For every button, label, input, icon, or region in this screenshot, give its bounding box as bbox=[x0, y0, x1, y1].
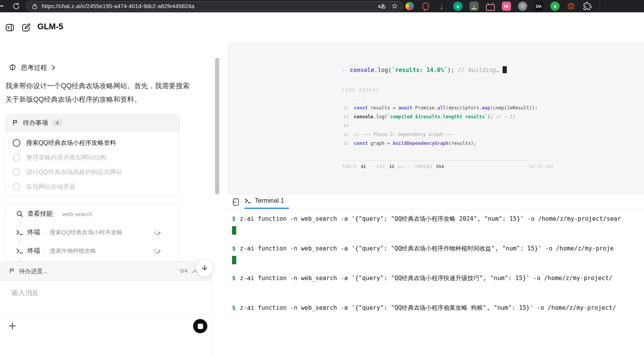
terminal-command: $z-ai function -n web_search -a '{"query… bbox=[232, 214, 644, 235]
generation-stats: TOK/S 41 · LAT 12 ms · TOKENS 554 00:08.… bbox=[342, 164, 553, 169]
todo-title: 待办事项 bbox=[23, 119, 48, 127]
todo-card: 待办事项 4 搜索QQ经典农场小程序攻略资料整理攻略内容并规划网站结构设计QQ经… bbox=[5, 114, 180, 196]
terminal-panel: Terminal 1 $z-ai function -n web_search … bbox=[227, 195, 644, 356]
code-preview-panel: ›console.log(`results: 14.0%`); // build… bbox=[227, 42, 644, 195]
step-connector bbox=[19, 220, 20, 226]
flag-icon bbox=[12, 119, 18, 126]
lock-icon bbox=[32, 3, 38, 9]
skills-card: 查看技能·web-search终端·搜索QQ经典农场小程序攻略终端·搜索作物种植… bbox=[5, 204, 180, 263]
terminal-header: Terminal 1 bbox=[227, 195, 644, 210]
idm-extension-icon[interactable] bbox=[405, 2, 414, 10]
terminal-prompt-icon bbox=[244, 198, 251, 204]
terminal-command: $z-ai function -n web_search -a '{"query… bbox=[232, 274, 644, 283]
new-chat-icon[interactable] bbox=[21, 23, 31, 32]
green-v-extension-icon[interactable]: v bbox=[550, 2, 560, 11]
app-window: https://chat.z.ai/c/2455e195-a474-401d-9… bbox=[0, 0, 644, 356]
code-top-line: ›console.log(`results: 14.0%`); // build… bbox=[342, 66, 507, 74]
thinking-process-label: 思考过程 bbox=[21, 63, 47, 72]
todo-item: 搜索QQ经典农场小程序攻略资料 bbox=[13, 136, 172, 150]
live-output-label: LIVE OUTPUT bbox=[342, 88, 380, 92]
terminal-command-line: $z-ai function -n web_search -a '{"query… bbox=[232, 303, 644, 312]
assistant-message: 我来帮你设计一个QQ经典农场攻略网站。首先，我需要搜索关于新版QQ经典农场小程序… bbox=[5, 79, 195, 106]
terminal-command: $z-ai function -n web_search -a '{"query… bbox=[232, 303, 644, 312]
tv-extension-icon[interactable] bbox=[486, 2, 495, 11]
refresh-icon[interactable] bbox=[12, 2, 20, 10]
bookmark-star-icon[interactable] bbox=[391, 3, 398, 10]
puzzle-extension-icon[interactable] bbox=[583, 2, 592, 11]
todo-item-label: 整理攻略内容并规划网站结构 bbox=[26, 154, 106, 162]
code-divider bbox=[342, 160, 553, 161]
stop-icon bbox=[198, 324, 203, 329]
command-text: z-ai function -n web_search -a '{"query"… bbox=[240, 304, 616, 311]
green-arrow-extension-icon[interactable]: ↓ bbox=[437, 2, 446, 11]
back-icon[interactable] bbox=[0, 5, 3, 7]
code-line: .. ) bbox=[342, 95, 538, 104]
terminal-tab[interactable]: Terminal 1 bbox=[244, 197, 284, 204]
stop-generating-button[interactable] bbox=[193, 319, 207, 333]
skill-row-web-search[interactable]: 查看技能·web-search bbox=[6, 208, 179, 219]
separator-dot: · bbox=[57, 211, 59, 217]
separator-dot: · bbox=[44, 229, 46, 236]
page-translate-icon[interactable]: aあ bbox=[378, 3, 386, 10]
cursor-row bbox=[232, 256, 644, 264]
terminal-output: $z-ai function -n web_search -a '{"query… bbox=[227, 210, 644, 333]
todo-circle-icon bbox=[13, 139, 20, 147]
todo-circle-icon bbox=[13, 183, 20, 191]
todo-card-header[interactable]: 待办事项 4 bbox=[6, 114, 179, 131]
line-number: 12 bbox=[342, 104, 348, 113]
shell-prompt: $ bbox=[232, 215, 235, 222]
code-line: 16const graph = buildDependencyGraph(res… bbox=[342, 139, 538, 148]
url-bar[interactable]: https://chat.z.ai/c/2455e195-a474-401d-9… bbox=[26, 1, 403, 11]
panel-resize-handle[interactable] bbox=[217, 186, 218, 192]
skill-title: 终端 bbox=[27, 228, 40, 237]
un-extension-icon[interactable]: Un bbox=[534, 2, 543, 11]
skill-row-搜索作物种植攻略[interactable]: 终端·搜索作物种植攻略 bbox=[6, 245, 179, 256]
code-prompt-icon: › bbox=[342, 67, 345, 73]
url-text: https://chat.z.ai/c/2455e195-a474-401d-9… bbox=[42, 3, 195, 9]
tray-download-extension-icon[interactable]: ↓ bbox=[469, 2, 479, 11]
separator-dot: · bbox=[44, 248, 46, 254]
latency-unit: ms bbox=[398, 164, 404, 169]
chat-scrollbar-thumb[interactable] bbox=[215, 58, 219, 195]
message-input-placeholder: 输入消息 bbox=[12, 288, 39, 297]
step-connector bbox=[19, 238, 20, 245]
skill-title: 查看技能 bbox=[27, 210, 53, 218]
composer-divider bbox=[0, 314, 211, 314]
terminal-command: $z-ai function -n web_search -a '{"query… bbox=[232, 244, 644, 264]
composer: 待办进度... 0/4 输入消息 bbox=[0, 261, 212, 356]
orange-burst-extension-icon[interactable] bbox=[567, 2, 576, 11]
teal-forward-extension-icon[interactable]: » bbox=[453, 2, 462, 11]
flag-icon bbox=[9, 268, 15, 274]
skill-detail: 搜索QQ经典农场小程序攻略 bbox=[50, 229, 122, 236]
line-number: 16 bbox=[342, 139, 348, 148]
sidebar-toggle-icon[interactable] bbox=[5, 23, 15, 32]
brain-icon bbox=[8, 64, 17, 72]
todo-item: 整理攻略内容并规划网站结构 bbox=[13, 150, 172, 165]
todo-progress-bar[interactable]: 待办进度... 0/4 bbox=[0, 261, 211, 281]
plus-attach-icon[interactable] bbox=[7, 321, 18, 331]
latency-value: 12 bbox=[389, 164, 394, 169]
elapsed-timer: 00:08.484 bbox=[529, 164, 553, 169]
gray-circle-extension-icon[interactable] bbox=[518, 2, 527, 11]
thinking-process-toggle[interactable]: 思考过程 bbox=[8, 63, 55, 72]
extension-toolbar: ↓»↓tAUnv bbox=[405, 2, 592, 11]
red-lasso-extension-icon[interactable] bbox=[421, 2, 430, 11]
code-lines: .. )12const results = await Promise.all(… bbox=[342, 95, 538, 148]
line-number: 13 bbox=[342, 113, 348, 121]
skill-row-搜索QQ经典农场小程序攻略[interactable]: 终端·搜索QQ经典农场小程序攻略 bbox=[6, 227, 179, 238]
pink-translate-extension-icon[interactable]: tA bbox=[502, 2, 511, 11]
tokens-label: TOKENS bbox=[415, 164, 432, 169]
scroll-to-bottom-button[interactable] bbox=[196, 259, 214, 277]
text-cursor bbox=[503, 66, 507, 73]
message-input[interactable]: 输入消息 bbox=[0, 281, 211, 334]
terminal-command-line: $z-ai function -n web_search -a '{"query… bbox=[232, 244, 644, 253]
command-text: z-ai function -n web_search -a '{"query"… bbox=[240, 275, 612, 282]
browser-topbar: https://chat.z.ai/c/2455e195-a474-401d-9… bbox=[0, 0, 644, 12]
loading-spinner-icon bbox=[154, 247, 161, 254]
terminal-command-line: $z-ai function -n web_search -a '{"query… bbox=[232, 274, 644, 283]
active-tab-underline bbox=[244, 208, 289, 209]
loading-spinner-icon bbox=[154, 229, 161, 236]
terminal-command-line: $z-ai function -n web_search -a '{"query… bbox=[232, 214, 644, 223]
notebook-icon[interactable] bbox=[232, 198, 240, 207]
todo-item: 实现网站前端界面 bbox=[13, 180, 172, 194]
